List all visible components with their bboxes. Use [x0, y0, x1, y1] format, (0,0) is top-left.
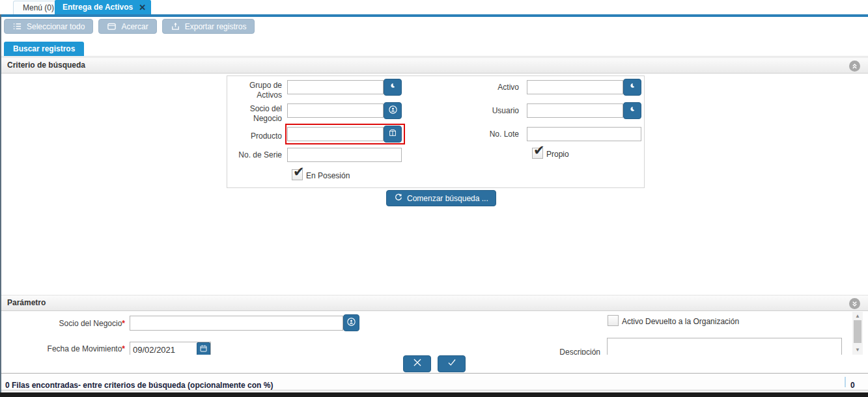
- zoom-button[interactable]: Acercar: [98, 19, 156, 34]
- select-all-label: Seleccionar todo: [27, 22, 85, 31]
- person-circle-icon: [388, 105, 398, 117]
- confirm-panel: [1, 355, 868, 373]
- asset-lookup-button[interactable]: [623, 79, 641, 96]
- collapse-parameter-button[interactable]: [849, 298, 860, 309]
- lot-label: No. Lote: [467, 130, 519, 139]
- param-bpartner-label: Socio del Negocio*: [1, 319, 125, 329]
- export-button[interactable]: Exportar registros: [162, 19, 255, 34]
- product-input[interactable]: [287, 127, 384, 141]
- refresh-icon: [394, 193, 403, 204]
- status-message: 0 Filas encontradas- entre criterios de …: [5, 381, 273, 390]
- tab-menu-label: Menú (0): [23, 3, 54, 12]
- description-textarea[interactable]: [607, 338, 842, 355]
- quill-icon: [628, 105, 637, 116]
- required-marker: *: [122, 319, 125, 328]
- parameter-panel: Socio del Negocio* Activo Devuelto a la …: [1, 312, 852, 355]
- parameter-section-header: Parámetro: [1, 295, 868, 311]
- asset-label: Activo: [467, 83, 519, 92]
- param-bpartner-lookup-button[interactable]: [343, 314, 359, 331]
- movement-date-label: Fecha de Movimiento*: [1, 344, 125, 354]
- user-input[interactable]: [527, 103, 623, 118]
- calendar-button[interactable]: [197, 342, 210, 355]
- chevron-double-down-icon: [851, 298, 858, 310]
- export-icon: [171, 21, 180, 31]
- scrollbar[interactable]: ▲ ▼: [852, 312, 863, 355]
- person-circle-icon: [346, 317, 356, 329]
- quill-icon: [388, 81, 397, 93]
- param-bpartner-input[interactable]: [130, 316, 343, 331]
- checkmark-icon: ✔: [533, 143, 545, 157]
- list-icon: [12, 21, 22, 31]
- product-lookup-button[interactable]: [384, 126, 402, 143]
- bpartner-lookup-button[interactable]: [384, 102, 402, 119]
- product-label: Producto: [232, 131, 282, 141]
- tab-entrega-de-activos[interactable]: Entrega de Activos ✕: [55, 0, 151, 14]
- lot-input[interactable]: [527, 127, 641, 141]
- buscar-registros-label: Buscar registros: [13, 44, 75, 53]
- panel-top-border: [1, 56, 868, 57]
- status-divider: [845, 377, 846, 387]
- checkbox-box: [608, 315, 619, 326]
- bpartner-label: Socio del Negocio: [232, 104, 282, 124]
- scroll-up-icon[interactable]: ▲: [852, 313, 863, 319]
- in-possession-label: En Posesión: [306, 171, 350, 180]
- owned-label: Propio: [546, 150, 569, 159]
- criteria-section-title: Criterio de búsqueda: [7, 58, 868, 73]
- record-count: 0: [850, 381, 855, 390]
- bpartner-input[interactable]: [287, 103, 384, 118]
- checkbox-box: ✔: [532, 148, 543, 159]
- user-lookup-button[interactable]: [623, 102, 641, 119]
- scroll-thumb[interactable]: [854, 320, 861, 343]
- cancel-button[interactable]: [403, 355, 431, 372]
- search-criteria-panel: Grupo de Activos Socio del Negocio Produ…: [227, 75, 645, 188]
- user-label: Usuario: [467, 106, 519, 116]
- zoom-window-icon: [107, 21, 117, 31]
- quill-icon: [628, 81, 637, 93]
- asset-group-label: Grupo de Activos: [232, 81, 282, 100]
- criteria-section-header: Criterio de búsqueda: [1, 57, 868, 74]
- asset-returned-checkbox[interactable]: Activo Devuelto a la Organización: [608, 315, 739, 326]
- owned-checkbox[interactable]: ✔ Propio: [532, 148, 569, 159]
- checkmark-icon: ✔: [293, 165, 305, 178]
- confirm-button[interactable]: [438, 355, 466, 372]
- export-label: Exportar registros: [185, 22, 247, 31]
- collapse-criteria-button[interactable]: [849, 61, 860, 72]
- asset-delivery-window: Menú (0) Entrega de Activos ✕ Selecciona…: [0, 0, 868, 397]
- window-bottom-border: [0, 392, 868, 397]
- asset-group-input[interactable]: [287, 80, 384, 94]
- start-search-label: Comenzar búsqueda ...: [407, 194, 488, 203]
- tab-buscar-registros[interactable]: Buscar registros: [4, 42, 84, 56]
- asset-group-lookup-button[interactable]: [384, 79, 402, 96]
- statusbar: 0 Filas encontradas- entre criterios de …: [0, 374, 868, 390]
- required-marker: *: [122, 344, 125, 353]
- zoom-label: Acercar: [121, 22, 148, 31]
- chevron-double-up-icon: [851, 61, 858, 72]
- tab-entrega-label: Entrega de Activos: [63, 3, 133, 12]
- calendar-icon: [199, 344, 208, 355]
- confirm-check-icon: [446, 357, 458, 371]
- serial-input[interactable]: [287, 148, 402, 162]
- window-left-border: [0, 14, 1, 397]
- parameter-section-title: Parámetro: [7, 295, 868, 310]
- select-all-button[interactable]: Seleccionar todo: [4, 19, 93, 34]
- close-tab-icon[interactable]: ✕: [139, 3, 146, 12]
- start-search-button[interactable]: Comenzar búsqueda ...: [386, 190, 496, 206]
- toolbar: Seleccionar todo Acercar Exportar regist…: [4, 19, 255, 34]
- checkbox-box: ✔: [292, 169, 303, 180]
- serial-label: No. de Serie: [232, 150, 282, 160]
- cancel-x-icon: [412, 357, 423, 371]
- in-possession-checkbox[interactable]: ✔ En Posesión: [292, 169, 350, 180]
- asset-returned-label: Activo Devuelto a la Organización: [622, 317, 739, 326]
- scroll-down-icon[interactable]: ▼: [852, 347, 863, 353]
- tabbar-underline: [0, 14, 868, 17]
- window-tabbar: Menú (0) Entrega de Activos ✕: [0, 0, 868, 14]
- asset-input[interactable]: [527, 80, 623, 94]
- package-icon: [388, 128, 397, 140]
